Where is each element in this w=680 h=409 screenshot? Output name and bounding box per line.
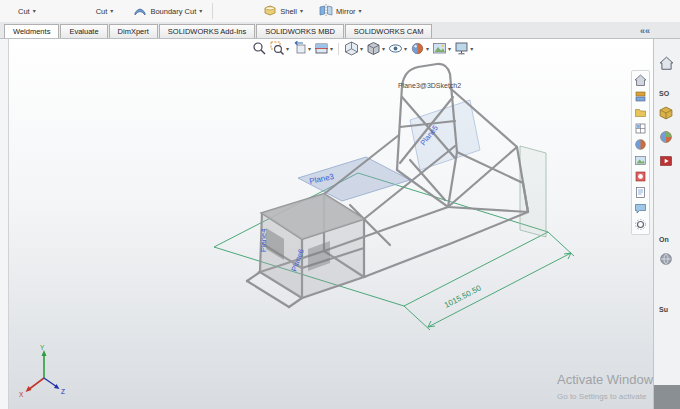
previous-view-button[interactable] [292, 41, 311, 56]
apply-scene-button[interactable] [432, 41, 451, 56]
tutorials-icon[interactable] [659, 154, 673, 172]
cut-button-label: Cut [18, 7, 30, 16]
zoom-to-area-icon [270, 41, 285, 56]
task-pane-tab-strip [631, 70, 650, 235]
chevron-down-icon [382, 46, 385, 52]
chevron-down-icon [199, 8, 202, 14]
collapse-taskpane-icon[interactable]: «« [640, 26, 650, 38]
previous-view-icon [292, 41, 307, 56]
chevron-down-icon [300, 8, 303, 14]
chevron-down-icon [448, 46, 451, 52]
ribbon-toolbar: Cut Cut Boundary Cut Shell Mirror [0, 0, 680, 23]
cut-button-2-label: Cut [96, 7, 108, 16]
chevron-down-icon [359, 8, 362, 14]
shell-icon [263, 3, 277, 19]
file-explorer-icon[interactable] [634, 106, 647, 119]
chevron-down-icon [426, 46, 429, 52]
tab-solidworks-cam[interactable]: SOLIDWORKS CAM [345, 24, 433, 38]
cut-button[interactable]: Cut [14, 1, 40, 21]
design-library-icon[interactable] [634, 90, 647, 103]
chevron-down-icon [308, 46, 311, 52]
activate-windows-watermark: Activate Windows [557, 372, 660, 387]
view-settings-icon [454, 41, 469, 56]
settings-icon[interactable] [634, 218, 647, 231]
view-orientation-button[interactable] [344, 41, 363, 56]
shell-button[interactable]: Shell [259, 1, 307, 21]
apply-scene-icon [432, 41, 447, 56]
tab-weldments[interactable]: Weldments [4, 24, 59, 38]
forum-icon[interactable] [634, 202, 647, 215]
decals-icon[interactable] [634, 170, 647, 183]
section-view-button[interactable] [314, 41, 333, 56]
custom-properties-icon[interactable] [634, 186, 647, 199]
commandmanager-tabbar: Weldments Evaluate DimXpert SOLIDWORKS A… [0, 22, 680, 39]
view-settings-button[interactable] [454, 41, 473, 56]
scenes-icon[interactable] [634, 154, 647, 167]
cut-button-2[interactable]: Cut [92, 1, 118, 21]
task-pane-section-label-1: SO [659, 90, 669, 97]
parts-cube-icon[interactable] [659, 106, 673, 124]
tab-solidworks-add-ins[interactable]: SOLIDWORKS Add-Ins [159, 24, 255, 38]
heads-up-view-toolbar [252, 41, 473, 56]
graphics-viewport[interactable] [8, 38, 654, 409]
tab-evaluate[interactable]: Evaluate [60, 24, 107, 38]
chevron-down-icon [470, 46, 473, 52]
edit-appearance-button[interactable] [410, 41, 429, 56]
tab-dimxpert[interactable]: DimXpert [109, 24, 158, 38]
chevron-down-icon [286, 46, 289, 52]
mirror-icon [319, 3, 333, 19]
ribbon-separator [212, 3, 213, 19]
section-view-icon [314, 41, 329, 56]
home-icon[interactable] [659, 56, 674, 75]
boundary-cut-icon [133, 3, 147, 19]
zoom-to-fit-icon [252, 41, 267, 56]
mirror-label: Mirror [336, 7, 356, 16]
task-pane-section-label-2: On [659, 236, 669, 243]
home-icon[interactable] [634, 74, 647, 87]
chevron-down-icon [33, 8, 36, 14]
task-pane: SO On Su [653, 38, 680, 409]
task-pane-section-label-3: Su [659, 306, 668, 313]
zoom-to-fit-button[interactable] [252, 41, 267, 56]
boundary-cut-label: Boundary Cut [150, 7, 196, 16]
chevron-down-icon [360, 46, 363, 52]
task-pane-footer [654, 385, 680, 409]
mirror-button[interactable]: Mirror [315, 1, 366, 21]
view-orientation-icon [344, 41, 359, 56]
chevron-down-icon [330, 46, 333, 52]
shell-label: Shell [280, 7, 297, 16]
display-style-button[interactable] [366, 41, 385, 56]
hide-show-items-icon [388, 41, 403, 56]
community-icon[interactable] [659, 252, 673, 270]
hide-show-items-button[interactable] [388, 41, 407, 56]
left-panel-edge [0, 38, 9, 409]
chevron-down-icon [110, 8, 113, 14]
boundary-cut-button[interactable]: Boundary Cut [129, 1, 206, 21]
zoom-to-area-button[interactable] [270, 41, 289, 56]
appearance-ball-icon[interactable] [659, 130, 673, 148]
view-palette-icon[interactable] [634, 122, 647, 135]
chevron-down-icon [404, 46, 407, 52]
activate-windows-subtext: Go to Settings to activate [557, 392, 654, 401]
edit-appearance-icon [410, 41, 425, 56]
tab-solidworks-mbd[interactable]: SOLIDWORKS MBD [256, 24, 344, 38]
hud-separator [338, 43, 339, 55]
appearances-icon[interactable] [634, 138, 647, 151]
display-style-icon [366, 41, 381, 56]
